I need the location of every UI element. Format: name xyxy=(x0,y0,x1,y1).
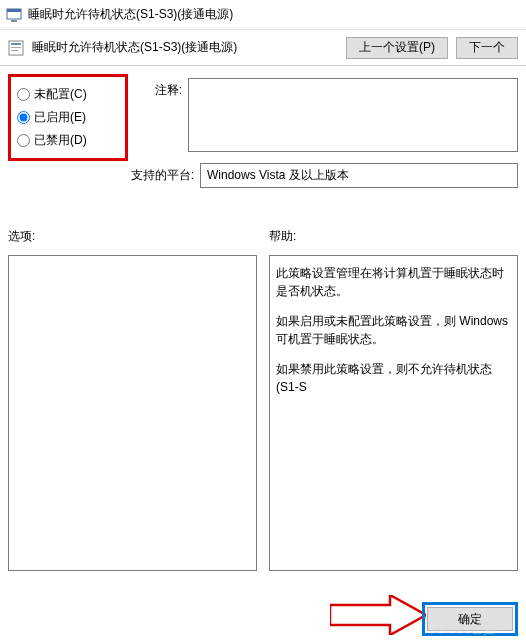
svg-rect-4 xyxy=(11,43,21,45)
help-p1: 此策略设置管理在将计算机置于睡眠状态时是否机状态。 xyxy=(276,264,511,300)
options-label: 选项: xyxy=(8,228,257,245)
radio-not-configured-label: 未配置(C) xyxy=(34,86,87,103)
header-title: 睡眠时允许待机状态(S1-S3)(接通电源) xyxy=(32,39,338,56)
prev-setting-button[interactable]: 上一个设置(P) xyxy=(346,37,448,59)
help-label: 帮助: xyxy=(269,228,518,245)
window-title: 睡眠时允许待机状态(S1-S3)(接通电源) xyxy=(28,6,233,23)
radio-enabled-label: 已启用(E) xyxy=(34,109,86,126)
button-row: 确定 xyxy=(422,602,526,636)
ok-button-highlight: 确定 xyxy=(422,602,518,636)
radio-disabled-input[interactable] xyxy=(17,134,30,147)
radio-disabled[interactable]: 已禁用(D) xyxy=(15,129,121,152)
radio-enabled[interactable]: 已启用(E) xyxy=(15,106,121,129)
title-bar: 睡眠时允许待机状态(S1-S3)(接通电源) xyxy=(0,0,526,30)
header-row: 睡眠时允许待机状态(S1-S3)(接通电源) 上一个设置(P) 下一个 xyxy=(0,30,526,66)
help-p2: 如果启用或未配置此策略设置，则 Windows 可机置于睡眠状态。 xyxy=(276,312,511,348)
radio-group: 未配置(C) 已启用(E) 已禁用(D) xyxy=(8,74,128,161)
ok-button[interactable]: 确定 xyxy=(427,607,513,631)
svg-rect-5 xyxy=(11,47,21,48)
radio-enabled-input[interactable] xyxy=(17,111,30,124)
svg-marker-7 xyxy=(330,595,426,635)
radio-not-configured[interactable]: 未配置(C) xyxy=(15,83,121,106)
app-icon xyxy=(6,7,22,23)
comment-textarea[interactable] xyxy=(188,78,518,152)
comment-label: 注释: xyxy=(128,78,188,99)
help-p3: 如果禁用此策略设置，则不允许待机状态(S1-S xyxy=(276,360,511,396)
svg-rect-6 xyxy=(11,50,18,51)
svg-rect-2 xyxy=(11,20,17,22)
help-box: 此策略设置管理在将计算机置于睡眠状态时是否机状态。 如果启用或未配置此策略设置，… xyxy=(269,255,518,571)
annotation-arrow xyxy=(330,595,426,638)
next-setting-button[interactable]: 下一个 xyxy=(456,37,518,59)
content-area: 未配置(C) 已启用(E) 已禁用(D) 注释: 支持的平台: Windows … xyxy=(0,66,526,571)
svg-rect-1 xyxy=(7,9,21,12)
options-box xyxy=(8,255,257,571)
platform-value: Windows Vista 及以上版本 xyxy=(200,163,518,188)
radio-disabled-label: 已禁用(D) xyxy=(34,132,87,149)
radio-not-configured-input[interactable] xyxy=(17,88,30,101)
policy-icon xyxy=(8,40,24,56)
platform-label: 支持的平台: xyxy=(128,163,200,184)
